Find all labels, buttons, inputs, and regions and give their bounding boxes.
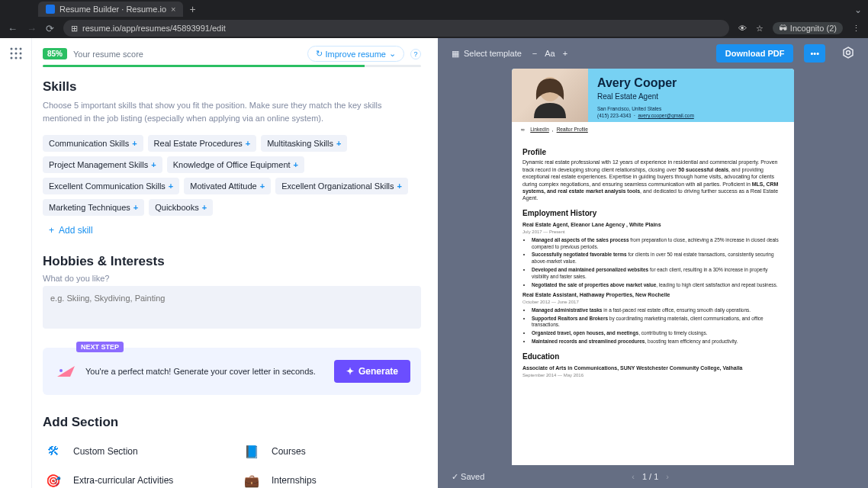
app-root: 85% Your resume score ↻ Improve resume ⌄…: [0, 38, 868, 488]
hobbies-input[interactable]: [43, 286, 421, 329]
score-progress: [43, 65, 421, 67]
svg-point-8: [19, 57, 21, 59]
grid-icon: ▦: [452, 49, 459, 59]
eye-icon[interactable]: 👁: [738, 24, 747, 33]
profile-text: Dynamic real estate professional with 12…: [522, 159, 783, 202]
courses-icon: 📘: [241, 441, 262, 462]
download-pdf-button[interactable]: Download PDF: [716, 44, 794, 63]
plus-icon: +: [133, 203, 138, 212]
section-internships[interactable]: 💼Internships: [241, 470, 421, 488]
internships-icon: 💼: [241, 470, 262, 488]
sparkle-icon: ✦: [346, 366, 354, 377]
svg-point-6: [10, 57, 12, 59]
plus-icon: +: [202, 203, 207, 212]
svg-marker-10: [844, 47, 853, 58]
plus-icon: +: [260, 181, 265, 191]
forward-icon[interactable]: →: [27, 23, 37, 34]
more-button[interactable]: •••: [804, 44, 825, 63]
skill-pill[interactable]: Knowledge of Office Equipment+: [167, 156, 304, 173]
resume-role: Real Estate Agent: [597, 92, 785, 102]
hobbies-heading: Hobbies & Interests: [43, 254, 421, 269]
plus-icon: +: [397, 181, 402, 191]
skill-pill[interactable]: Communication Skills+: [43, 135, 143, 152]
url-text: resume.io/app/resumes/45893991/edit: [82, 24, 226, 33]
browser-tab[interactable]: Resume Builder · Resume.io ×: [38, 2, 183, 17]
back-icon[interactable]: ←: [8, 23, 18, 34]
generate-button[interactable]: ✦ Generate: [334, 360, 410, 383]
zoom-in-icon[interactable]: +: [563, 49, 567, 58]
plus-icon: +: [336, 139, 341, 148]
close-icon[interactable]: ×: [171, 5, 175, 14]
prev-page-icon[interactable]: ‹: [632, 472, 635, 481]
skill-pill[interactable]: Multitasking Skills+: [261, 135, 347, 152]
skill-pill[interactable]: Motivated Attitude+: [184, 178, 271, 194]
section-custom[interactable]: 🛠Custom Section: [43, 441, 223, 462]
plus-icon: +: [294, 160, 298, 169]
svg-point-1: [14, 48, 17, 50]
reload-icon[interactable]: ⟳: [46, 23, 54, 34]
settings-icon[interactable]: [842, 47, 854, 60]
select-template-button[interactable]: ▦ Select template: [452, 49, 522, 59]
chevron-down-icon: ⌄: [389, 49, 396, 59]
improve-resume-button[interactable]: ↻ Improve resume ⌄: [307, 46, 404, 62]
window-expand-icon[interactable]: ⌄: [854, 5, 862, 15]
new-tab-button[interactable]: +: [189, 3, 195, 15]
section-extracurricular[interactable]: 🎯Extra-curricular Activities: [43, 470, 223, 488]
hobbies-label: What do you like?: [43, 274, 421, 283]
activities-icon: 🎯: [43, 470, 64, 488]
svg-point-9: [59, 369, 63, 372]
skill-pill[interactable]: Marketing Techniques+: [43, 199, 144, 216]
skill-pill[interactable]: Real Estate Procedures+: [148, 135, 257, 152]
skill-pill[interactable]: Project Management Skills+: [43, 156, 162, 173]
svg-point-11: [847, 51, 850, 55]
job2-dates: October 2012 — June 2017: [522, 299, 783, 305]
lock-icon: ⊞: [71, 24, 78, 34]
page-indicator: 1 / 1: [642, 472, 658, 481]
resume-preview: Avery Cooper Real Estate Agent San Franc…: [512, 69, 794, 465]
left-rail: [0, 38, 32, 488]
zoom-controls: − Aa +: [532, 49, 567, 58]
incognito-indicator[interactable]: 🕶 Incognito (2): [773, 22, 843, 34]
saved-label: Saved: [461, 472, 484, 481]
sync-icon: ↻: [316, 49, 323, 59]
help-icon[interactable]: ?: [410, 49, 421, 59]
next-step-badge: NEXT STEP: [76, 342, 124, 352]
svg-point-0: [10, 48, 12, 50]
font-icon[interactable]: Aa: [545, 49, 555, 58]
generate-banner: NEXT STEP You're a perfect match! Genera…: [43, 348, 421, 395]
star-icon[interactable]: ☆: [756, 24, 764, 34]
rocket-icon: [53, 363, 76, 380]
zoom-out-icon[interactable]: −: [532, 49, 537, 58]
plus-icon: +: [49, 225, 54, 236]
job1-title: Real Estate Agent, Eleanor Lane Agency ,…: [522, 221, 783, 228]
skill-pill[interactable]: Excellent Communication Skills+: [43, 178, 179, 194]
svg-point-4: [14, 53, 17, 55]
skills-pills: Communication Skills+ Real Estate Proced…: [43, 135, 421, 216]
resume-link-linkedin: LinkedIn: [530, 127, 549, 133]
score-label: Your resume score: [73, 50, 143, 59]
svg-point-5: [19, 53, 21, 55]
apps-grid-icon[interactable]: [10, 47, 22, 488]
add-skill-button[interactable]: + Add skill: [49, 225, 421, 236]
job1-bullets: Managed all aspects of the sales process…: [532, 237, 783, 288]
tab-title: Resume Builder · Resume.io: [59, 5, 166, 14]
address-bar[interactable]: ⊞ resume.io/app/resumes/45893991/edit: [63, 20, 729, 37]
section-courses[interactable]: 📘Courses: [241, 441, 421, 462]
skill-pill[interactable]: Excellent Organizational Skills+: [275, 178, 408, 194]
plus-icon: +: [169, 181, 173, 191]
plus-icon: +: [246, 139, 250, 148]
resume-link-realtor: Realtor Profile: [557, 127, 588, 133]
plus-icon: +: [132, 139, 137, 148]
skills-heading: Skills: [43, 79, 421, 95]
education-heading: Education: [522, 352, 783, 362]
profile-heading: Profile: [522, 147, 783, 158]
editor-panel: 85% Your resume score ↻ Improve resume ⌄…: [32, 38, 438, 488]
resume-email: avery.cooper@gmail.com: [638, 113, 693, 118]
skill-pill[interactable]: Quickbooks+: [149, 199, 213, 216]
svg-point-7: [14, 57, 17, 59]
svg-point-2: [19, 48, 21, 50]
menu-icon[interactable]: ⋮: [852, 24, 860, 34]
resume-name: Avery Cooper: [597, 75, 785, 92]
generate-text: You're a perfect match! Generate your co…: [85, 367, 325, 376]
next-page-icon[interactable]: ›: [666, 472, 669, 481]
